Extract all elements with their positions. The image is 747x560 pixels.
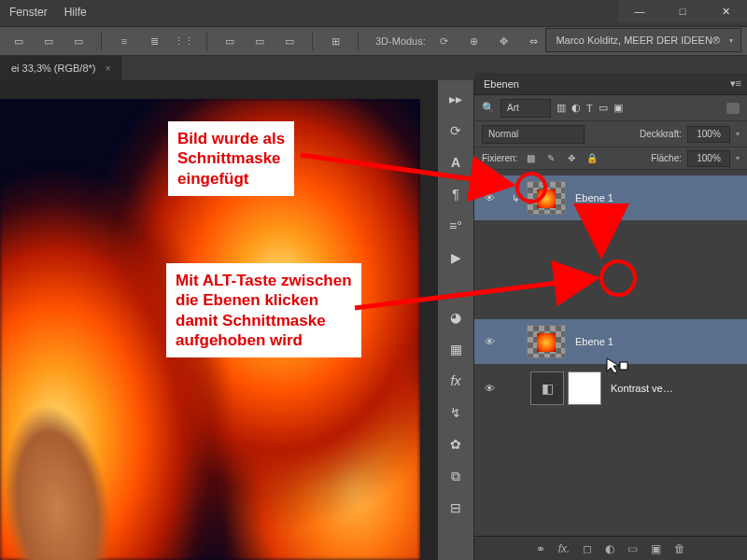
clip-cursor-icon	[605, 357, 629, 375]
styles-icon[interactable]: ≡°	[442, 215, 470, 237]
layer-mask-icon[interactable]: ◻	[583, 542, 592, 555]
distribute-h-icon[interactable]: ≡	[113, 32, 135, 50]
color-icon[interactable]: ◕	[442, 306, 470, 329]
align-top-icon[interactable]: ▭	[218, 32, 241, 50]
panel-menu-icon[interactable]: ▾≡	[730, 77, 741, 90]
align-left-icon[interactable]: ▭	[7, 32, 30, 50]
paragraph-icon[interactable]: ¶	[442, 183, 470, 205]
3d-roll-icon[interactable]: ⊕	[463, 32, 486, 50]
clone-source-icon[interactable]: ⧉	[442, 465, 470, 487]
auto-align-icon[interactable]: ⊞	[324, 32, 346, 50]
layer-fx-icon[interactable]: fx.	[558, 542, 571, 555]
filter-adjust-icon[interactable]: ◐	[571, 102, 581, 114]
visibility-toggle[interactable]: 👁	[474, 336, 504, 347]
annotation-bottom: Mit ALT-Taste zwischen die Ebenen klicke…	[166, 263, 361, 357]
lock-label: Fixieren:	[482, 153, 517, 163]
link-layers-icon[interactable]: ⚭	[536, 542, 545, 555]
align-middle-icon[interactable]: ▭	[248, 32, 271, 50]
blend-opacity-row: Normal Deckkraft: 100% ▾	[474, 121, 747, 147]
visibility-toggle[interactable]: 👁	[474, 383, 504, 394]
document-tab-close[interactable]: ×	[105, 63, 110, 74]
document-tab-title: ei 33,3% (RGB/8*)	[11, 63, 95, 74]
lock-transparency-icon[interactable]: ▩	[523, 151, 538, 166]
layer-thumbnail[interactable]	[527, 325, 566, 358]
actions-icon[interactable]: ▶	[442, 246, 470, 269]
layer-name[interactable]: Ebene 1	[575, 336, 613, 347]
menu-hilfe[interactable]: Hilfe	[64, 6, 87, 19]
3d-rotate-icon[interactable]: ⟳	[433, 32, 456, 50]
fill-label: Fläche:	[651, 153, 682, 163]
annotation-circle-bottom	[599, 259, 637, 297]
layers-panel-tab[interactable]: Ebenen ▾≡	[474, 73, 747, 95]
document-tab[interactable]: ei 33,3% (RGB/8*) ×	[0, 56, 123, 80]
delete-layer-icon[interactable]: 🗑	[674, 542, 685, 555]
lock-pixels-icon[interactable]: ✎	[543, 151, 558, 166]
collapsed-panel-strip: ▸▸ ⟳ A ¶ ≡° ▶ ◕ ▦ fx ↯ ✿ ⧉ ⊟	[437, 80, 474, 560]
lock-row: Fixieren: ▩ ✎ ✥ 🔒 Fläche: 100% ▾	[474, 147, 747, 170]
window-close[interactable]: ✕	[704, 0, 747, 22]
character-icon[interactable]: A	[442, 151, 470, 174]
filter-type-icon[interactable]: T	[586, 103, 593, 114]
filter-toggle[interactable]	[726, 103, 740, 114]
layer-list[interactable]: 👁 ↳ Ebene 1 👁 Ebene 1 👁 ◧ Kontrast ve…	[474, 170, 747, 560]
adjustment-icon[interactable]: ◧	[530, 371, 564, 405]
opacity-field[interactable]: 100%	[687, 126, 730, 143]
annotation-top: Bild wurde als Schnittmaske eingefügt	[168, 121, 294, 196]
filter-pixel-icon[interactable]: ▥	[557, 102, 566, 114]
align-bottom-icon[interactable]: ▭	[278, 32, 301, 50]
3d-pan-icon[interactable]: ✥	[493, 32, 515, 50]
layers-panel-footer: ⚭ fx. ◻ ◐ ▭ ▣ 🗑	[474, 536, 747, 560]
adjustment-layer-icon[interactable]: ◐	[605, 542, 614, 555]
mode-label: 3D-Modus:	[375, 35, 426, 47]
brush-settings-icon[interactable]: ↯	[442, 401, 470, 424]
filter-shape-icon[interactable]: ▭	[599, 102, 608, 114]
lock-position-icon[interactable]: ✥	[564, 151, 579, 166]
filter-smart-icon[interactable]: ▣	[613, 102, 623, 114]
window-minimize[interactable]: —	[618, 0, 661, 22]
svg-rect-1	[620, 362, 627, 370]
opacity-label: Deckkraft:	[640, 129, 682, 139]
align-center-icon[interactable]: ▭	[37, 32, 60, 50]
menu-fenster[interactable]: Fenster	[9, 6, 48, 19]
properties-icon[interactable]: ⊟	[442, 497, 470, 519]
expand-panels-icon[interactable]: ▸▸	[442, 88, 470, 110]
3d-slide-icon[interactable]: ⇔	[523, 32, 545, 50]
distribute-icon[interactable]: ⋮⋮	[173, 32, 195, 50]
layer-filter-row: 🔍 Art ▥ ◐ T ▭ ▣	[474, 95, 747, 121]
blend-mode-dropdown[interactable]: Normal	[482, 125, 585, 144]
layer-name[interactable]: Ebene 1	[575, 192, 613, 203]
layer-mask-thumbnail[interactable]	[568, 371, 601, 405]
align-right-icon[interactable]: ▭	[67, 32, 90, 50]
fx-icon[interactable]: fx	[442, 370, 470, 392]
history-icon[interactable]: ⟳	[442, 119, 470, 142]
layers-panel-title: Ebenen	[484, 78, 519, 90]
window-maximize[interactable]: □	[661, 0, 704, 22]
layers-panel: Ebenen ▾≡ 🔍 Art ▥ ◐ T ▭ ▣ Normal Deckkra…	[474, 73, 747, 560]
brushes-icon[interactable]: ✿	[442, 433, 470, 455]
fill-field[interactable]: 100%	[687, 150, 730, 167]
new-layer-icon[interactable]: ▣	[651, 542, 661, 555]
menu-bar: Fenster Hilfe	[9, 6, 87, 19]
workspace-switcher[interactable]: Marco Kolditz, MEER DER IDEEN®	[545, 28, 741, 52]
svg-marker-0	[607, 358, 619, 373]
filter-kind-dropdown[interactable]: Art	[500, 99, 551, 118]
visibility-toggle[interactable]: 👁	[474, 192, 504, 203]
distribute-v-icon[interactable]: ≣	[143, 32, 165, 50]
layer-group-icon[interactable]: ▭	[627, 542, 638, 555]
annotation-circle-top	[515, 172, 547, 203]
swatches-icon[interactable]: ▦	[442, 338, 470, 360]
lock-all-icon[interactable]: 🔒	[585, 151, 599, 166]
layer-name[interactable]: Kontrast ve…	[611, 383, 673, 394]
